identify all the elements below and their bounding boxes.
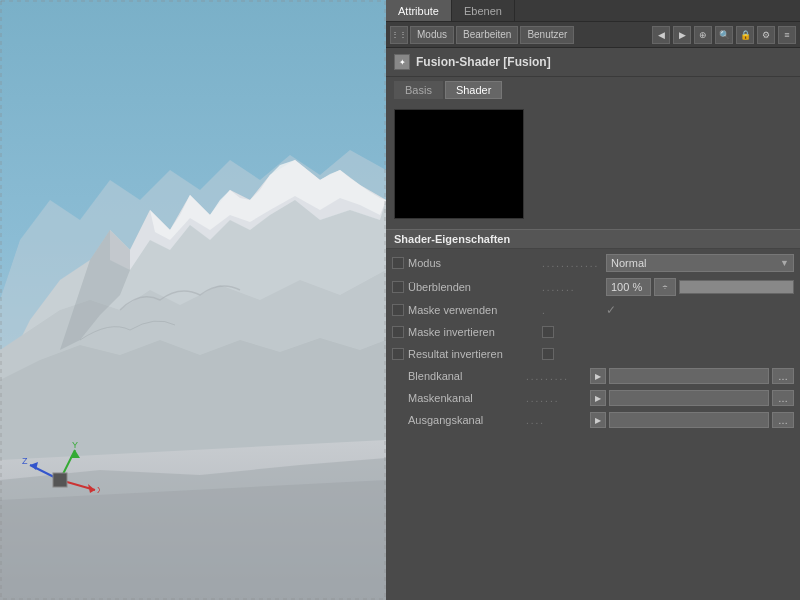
axes-widget: X Y Z bbox=[20, 440, 100, 520]
arrow-left-icon[interactable]: ◀ bbox=[652, 26, 670, 44]
ueberblenden-dots: ....... bbox=[542, 282, 602, 293]
settings-icon[interactable]: ⚙ bbox=[757, 26, 775, 44]
prop-row-modus: Modus ............ Normal ▼ bbox=[386, 251, 800, 275]
svg-text:Z: Z bbox=[22, 456, 28, 466]
viewport-3d[interactable]: X Y Z bbox=[0, 0, 386, 600]
tab-basis[interactable]: Basis bbox=[394, 81, 443, 99]
ueberblenden-step-icon[interactable]: ÷ bbox=[654, 278, 676, 296]
maske-verwenden-checkbox[interactable] bbox=[392, 304, 404, 316]
shader-title: Fusion-Shader [Fusion] bbox=[416, 55, 551, 69]
target-icon[interactable]: ⊕ bbox=[694, 26, 712, 44]
modus-dropdown[interactable]: Normal ▼ bbox=[606, 254, 794, 272]
ueberblenden-label: Überblenden bbox=[408, 281, 538, 293]
modus-dots: ............ bbox=[542, 258, 602, 269]
ausgangskanal-dots: .... bbox=[526, 415, 586, 426]
tab-attribute[interactable]: Attribute bbox=[386, 0, 452, 21]
ausgangskanal-bar[interactable] bbox=[609, 412, 769, 428]
ausgangskanal-label: Ausgangskanal bbox=[392, 414, 522, 426]
shader-preview bbox=[394, 109, 524, 219]
tab-ebenen[interactable]: Ebenen bbox=[452, 0, 515, 21]
svg-rect-11 bbox=[53, 473, 67, 487]
ueberblenden-control: 100 % ÷ bbox=[606, 278, 794, 296]
search-icon[interactable]: 🔍 bbox=[715, 26, 733, 44]
lock-icon[interactable]: 🔒 bbox=[736, 26, 754, 44]
dropdown-arrow-icon: ▼ bbox=[780, 258, 789, 268]
more-icon[interactable]: ≡ bbox=[778, 26, 796, 44]
bearbeiten-button[interactable]: Bearbeiten bbox=[456, 26, 518, 44]
maske-invertieren-checkbox[interactable] bbox=[392, 326, 404, 338]
prop-row-maske-invertieren: Maske invertieren bbox=[386, 321, 800, 343]
resultat-invertieren-checkbox[interactable] bbox=[392, 348, 404, 360]
modus-checkbox[interactable] bbox=[392, 257, 404, 269]
maskenkanal-control: ▶ … bbox=[590, 390, 794, 406]
shader-header: ✦ Fusion-Shader [Fusion] bbox=[386, 48, 800, 77]
ueberblenden-input[interactable]: 100 % bbox=[606, 278, 651, 296]
sub-tab-bar: Basis Shader bbox=[386, 77, 800, 103]
ueberblenden-checkbox[interactable] bbox=[392, 281, 404, 293]
section-eigenschaften: Shader-Eigenschaften bbox=[386, 229, 800, 249]
prop-row-ausgangskanal: Ausgangskanal .... ▶ … bbox=[386, 409, 800, 431]
blendkanal-dots-button[interactable]: … bbox=[772, 368, 794, 384]
resultat-invertieren-toggle[interactable] bbox=[542, 348, 554, 360]
main-tab-bar: Attribute Ebenen bbox=[386, 0, 800, 22]
resultat-invertieren-control bbox=[542, 348, 794, 360]
modus-label: Modus bbox=[408, 257, 538, 269]
properties-list: Modus ............ Normal ▼ Überblenden … bbox=[386, 249, 800, 433]
grid-icon[interactable]: ⋮⋮ bbox=[390, 26, 408, 44]
resultat-invertieren-label: Resultat invertieren bbox=[408, 348, 538, 360]
ausgangskanal-arrow-icon[interactable]: ▶ bbox=[590, 412, 606, 428]
blendkanal-control: ▶ … bbox=[590, 368, 794, 384]
shader-icon: ✦ bbox=[394, 54, 410, 70]
prop-row-maske-verwenden: Maske verwenden . ✓ bbox=[386, 299, 800, 321]
maskenkanal-arrow-icon[interactable]: ▶ bbox=[590, 390, 606, 406]
prop-row-maskenkanal: Maskenkanal ....... ▶ … bbox=[386, 387, 800, 409]
maskenkanal-bar[interactable] bbox=[609, 390, 769, 406]
svg-text:Y: Y bbox=[72, 440, 78, 450]
maske-invertieren-toggle[interactable] bbox=[542, 326, 554, 338]
svg-text:X: X bbox=[97, 485, 100, 495]
properties-panel: Attribute Ebenen ⋮⋮ Modus Bearbeiten Ben… bbox=[386, 0, 800, 600]
ausgangskanal-dots-button[interactable]: … bbox=[772, 412, 794, 428]
tab-shader[interactable]: Shader bbox=[445, 81, 502, 99]
maskenkanal-dots-button[interactable]: … bbox=[772, 390, 794, 406]
prop-row-ueberblenden: Überblenden ....... 100 % ÷ bbox=[386, 275, 800, 299]
blendkanal-bar[interactable] bbox=[609, 368, 769, 384]
benutzer-button[interactable]: Benutzer bbox=[520, 26, 574, 44]
svg-marker-6 bbox=[70, 450, 80, 458]
maske-invertieren-control bbox=[542, 326, 794, 338]
blendkanal-label: Blendkanal bbox=[392, 370, 522, 382]
maske-verwenden-dots: . bbox=[542, 305, 602, 316]
scene-background: X Y Z bbox=[0, 0, 386, 600]
toolbar-right-icons: ◀ ▶ ⊕ 🔍 🔒 ⚙ ≡ bbox=[652, 26, 796, 44]
prop-row-blendkanal: Blendkanal ......... ▶ … bbox=[386, 365, 800, 387]
blendkanal-arrow-icon[interactable]: ▶ bbox=[590, 368, 606, 384]
ausgangskanal-control: ▶ … bbox=[590, 412, 794, 428]
modus-button[interactable]: Modus bbox=[410, 26, 454, 44]
panel-toolbar: ⋮⋮ Modus Bearbeiten Benutzer ◀ ▶ ⊕ 🔍 🔒 ⚙… bbox=[386, 22, 800, 48]
maske-invertieren-label: Maske invertieren bbox=[408, 326, 538, 338]
maske-verwenden-checkmark: ✓ bbox=[606, 303, 616, 317]
ueberblenden-slider[interactable] bbox=[679, 280, 794, 294]
maskenkanal-label: Maskenkanal bbox=[392, 392, 522, 404]
maske-verwenden-label: Maske verwenden bbox=[408, 304, 538, 316]
modus-control: Normal ▼ bbox=[606, 254, 794, 272]
svg-marker-3 bbox=[88, 484, 95, 493]
maske-verwenden-control: ✓ bbox=[606, 303, 794, 317]
maskenkanal-dots: ....... bbox=[526, 393, 586, 404]
blendkanal-dots: ......... bbox=[526, 371, 586, 382]
prop-row-resultat-invertieren: Resultat invertieren bbox=[386, 343, 800, 365]
arrow-right-icon[interactable]: ▶ bbox=[673, 26, 691, 44]
